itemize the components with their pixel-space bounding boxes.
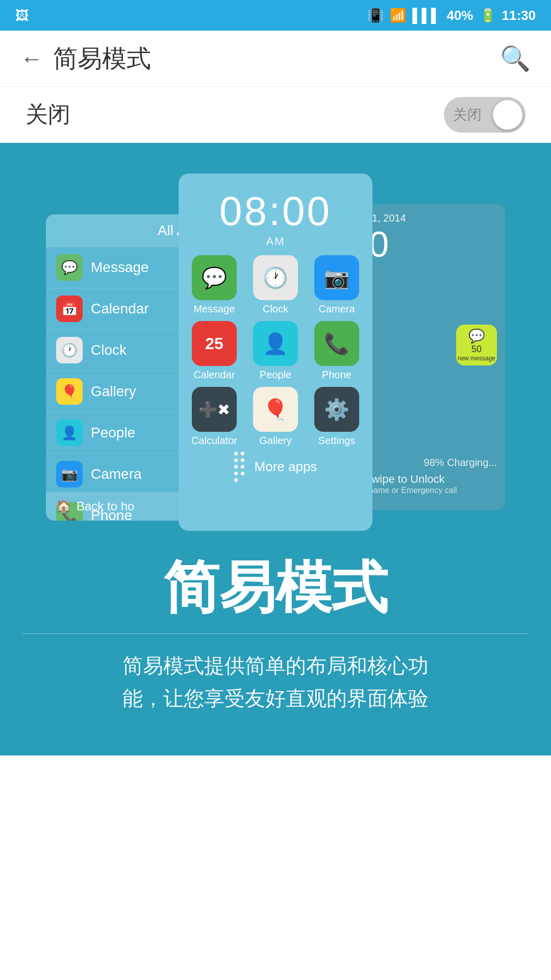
toggle-off-label: 关闭	[26, 100, 70, 130]
app-cell-camera: 📷 Camera	[309, 255, 364, 315]
vibrate-icon: 📳	[367, 8, 384, 23]
toggle-state-text: 关闭	[453, 105, 482, 125]
more-apps-row: More apps	[234, 452, 317, 482]
app-bar-left: ← 简易模式	[20, 42, 151, 75]
toggle-knob	[493, 100, 522, 130]
message-app-label: Message	[193, 303, 235, 315]
people-app-label: People	[260, 369, 291, 381]
calendar-icon: 📅	[56, 296, 83, 322]
camera-label: Camera	[91, 466, 142, 482]
calculator-app-icon: ➕✖	[192, 387, 237, 432]
camera-app-label: Camera	[318, 303, 355, 315]
back-button[interactable]: ←	[20, 46, 43, 71]
easy-mode-toggle[interactable]: 关闭	[444, 97, 525, 133]
calendar-app-label: Calendar	[193, 369, 235, 381]
easy-mode-description: 简易模式提供简单的布局和核心功 能，让您享受友好直观的界面体验	[97, 649, 454, 755]
mockups-container: All Apps 💬 Message 📅 Calendar 🕐 Clock 🎈 …	[46, 174, 505, 541]
app-cell-calculator: ➕✖ Calculator	[187, 387, 242, 447]
gallery-icon: 🎈	[56, 378, 83, 405]
message-label: Message	[91, 259, 149, 276]
gallery-app-icon: 🎈	[253, 387, 298, 432]
people-icon: 👤	[56, 420, 83, 446]
app-cell-clock: 🕐 Clock	[248, 255, 303, 315]
clock-app-label: Clock	[263, 303, 288, 315]
wifi-icon: 📶	[390, 8, 406, 23]
page-title: 简易模式	[53, 42, 151, 75]
camera-icon: 📷	[56, 461, 83, 487]
message-icon: 💬	[56, 254, 83, 281]
calendar-label: Calendar	[91, 301, 149, 317]
app-bar: ← 简易模式 🔍	[0, 31, 551, 87]
msg-icon: 💬	[468, 328, 485, 344]
clock-time: 11:30	[502, 8, 536, 23]
calculator-app-label: Calculator	[191, 435, 237, 447]
camera-app-icon: 📷	[314, 255, 359, 300]
status-left: 🖼	[15, 8, 29, 23]
back-to-home-label: Back to ho	[77, 499, 134, 513]
clock-label: Clock	[91, 342, 127, 358]
app-cell-settings: ⚙️ Settings	[309, 387, 364, 447]
people-app-icon: 👤	[253, 321, 298, 366]
signal-icon: ▌▌▌	[412, 8, 440, 23]
app-cell-phone: 📞 Phone	[309, 321, 364, 381]
settings-app-icon: ⚙️	[314, 387, 359, 432]
clock-icon: 🕐	[56, 337, 83, 363]
app-cell-people: 👤 People	[248, 321, 303, 381]
phone-app-icon: 📞	[314, 321, 359, 366]
home-icon: 🏠	[56, 499, 71, 513]
status-right: 📳 📶 ▌▌▌ 40% 🔋 11:30	[367, 8, 536, 23]
preview-section: All Apps 💬 Message 📅 Calendar 🕐 Clock 🎈 …	[0, 143, 551, 755]
more-apps-dots	[234, 452, 248, 482]
clock-app-icon: 🕐	[253, 255, 298, 300]
center-time: 08:00	[219, 188, 332, 235]
new-message-card: 💬 50 new message	[456, 325, 497, 365]
battery-icon: 🔋	[480, 8, 496, 23]
battery-percent: 40%	[446, 8, 473, 23]
app-cell-gallery: 🎈 Gallery	[248, 387, 303, 447]
new-msg-label: new message	[458, 355, 495, 362]
gallery-app-label: Gallery	[259, 435, 291, 447]
gallery-label: Gallery	[91, 383, 136, 400]
settings-app-label: Settings	[318, 435, 355, 447]
app-grid: 💬 Message 🕐 Clock 📷 Camera 25 Calendar	[187, 255, 364, 447]
app-cell-calendar: 25 Calendar	[187, 321, 242, 381]
section-divider	[22, 633, 529, 634]
people-label: People	[91, 425, 135, 441]
phone-app-label: Phone	[322, 369, 352, 381]
toggle-row: 关闭 关闭	[0, 87, 551, 143]
center-ampm: AM	[266, 235, 285, 248]
message-app-icon: 💬	[192, 255, 237, 300]
calendar-app-icon: 25	[192, 321, 237, 366]
app-cell-message: 💬 Message	[187, 255, 242, 315]
cloud-icon: 🖼	[15, 8, 29, 23]
easy-mode-title: 简易模式	[143, 556, 408, 618]
more-apps-label: More apps	[255, 459, 317, 475]
center-mockup: 08:00 AM 💬 Message 🕐 Clock 📷 Camera	[179, 174, 372, 531]
search-button[interactable]: 🔍	[500, 44, 531, 73]
msg-count: 50	[471, 344, 482, 355]
status-bar: 🖼 📳 📶 ▌▌▌ 40% 🔋 11:30	[0, 0, 551, 31]
